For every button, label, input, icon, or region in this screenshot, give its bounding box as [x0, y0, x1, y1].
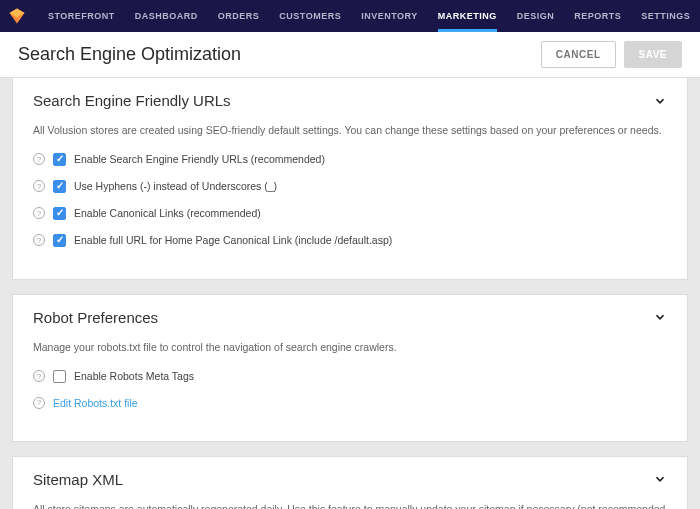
- robot-desc: Manage your robots.txt file to control t…: [33, 340, 667, 356]
- save-button[interactable]: SAVE: [624, 41, 683, 68]
- nav-settings[interactable]: SETTINGS: [631, 0, 700, 32]
- edit-robots-row: ? Edit Robots.txt file: [33, 397, 667, 409]
- nav-design[interactable]: DESIGN: [507, 0, 565, 32]
- seo-urls-title: Search Engine Friendly URLs: [33, 92, 231, 109]
- option-label: Use Hyphens (-) instead of Underscores (…: [74, 180, 277, 192]
- option-canonical-links: ? Enable Canonical Links (recommended): [33, 207, 667, 220]
- header-actions: CANCEL SAVE: [541, 41, 682, 68]
- option-label: Enable full URL for Home Page Canonical …: [74, 234, 392, 246]
- option-robots-meta: ? Enable Robots Meta Tags: [33, 370, 667, 383]
- nav-dashboard[interactable]: DASHBOARD: [125, 0, 208, 32]
- help-icon[interactable]: ?: [33, 234, 45, 246]
- top-nav: STOREFRONT DASHBOARD ORDERS CUSTOMERS IN…: [0, 0, 700, 32]
- nav-orders[interactable]: ORDERS: [208, 0, 270, 32]
- nav-items: STOREFRONT DASHBOARD ORDERS CUSTOMERS IN…: [38, 0, 700, 32]
- help-icon[interactable]: ?: [33, 180, 45, 192]
- edit-robots-link[interactable]: Edit Robots.txt file: [53, 397, 138, 409]
- content: Search Engine Friendly URLs All Volusion…: [0, 78, 700, 509]
- sitemap-desc: All store sitemaps are automatically reg…: [33, 502, 667, 510]
- sitemap-title: Sitemap XML: [33, 471, 123, 488]
- help-icon[interactable]: ?: [33, 397, 45, 409]
- help-icon[interactable]: ?: [33, 207, 45, 219]
- option-label: Enable Search Engine Friendly URLs (reco…: [74, 153, 325, 165]
- nav-inventory[interactable]: INVENTORY: [351, 0, 428, 32]
- seo-urls-desc: All Volusion stores are created using SE…: [33, 123, 667, 139]
- robot-preferences-card: Robot Preferences Manage your robots.txt…: [12, 294, 688, 442]
- nav-customers[interactable]: CUSTOMERS: [269, 0, 351, 32]
- checkbox-full-url-homepage[interactable]: [53, 234, 66, 247]
- option-enable-seo-urls: ? Enable Search Engine Friendly URLs (re…: [33, 153, 667, 166]
- help-icon[interactable]: ?: [33, 153, 45, 165]
- page-title: Search Engine Optimization: [18, 44, 241, 65]
- cancel-button[interactable]: CANCEL: [541, 41, 616, 68]
- option-label: Enable Robots Meta Tags: [74, 370, 194, 382]
- sitemap-xml-card: Sitemap XML All store sitemaps are autom…: [12, 456, 688, 510]
- checkbox-robots-meta[interactable]: [53, 370, 66, 383]
- help-icon[interactable]: ?: [33, 370, 45, 382]
- chevron-down-icon[interactable]: [653, 94, 667, 108]
- chevron-down-icon[interactable]: [653, 310, 667, 324]
- chevron-down-icon[interactable]: [653, 472, 667, 486]
- nav-storefront[interactable]: STOREFRONT: [38, 0, 125, 32]
- page-header: Search Engine Optimization CANCEL SAVE: [0, 32, 700, 78]
- robot-title: Robot Preferences: [33, 309, 158, 326]
- option-full-url-homepage: ? Enable full URL for Home Page Canonica…: [33, 234, 667, 247]
- checkbox-enable-seo-urls[interactable]: [53, 153, 66, 166]
- seo-urls-card: Search Engine Friendly URLs All Volusion…: [12, 78, 688, 280]
- brand-logo[interactable]: [8, 6, 26, 26]
- option-label: Enable Canonical Links (recommended): [74, 207, 261, 219]
- option-use-hyphens: ? Use Hyphens (-) instead of Underscores…: [33, 180, 667, 193]
- checkbox-use-hyphens[interactable]: [53, 180, 66, 193]
- checkbox-canonical-links[interactable]: [53, 207, 66, 220]
- nav-marketing[interactable]: MARKETING: [428, 0, 507, 32]
- nav-reports[interactable]: REPORTS: [564, 0, 631, 32]
